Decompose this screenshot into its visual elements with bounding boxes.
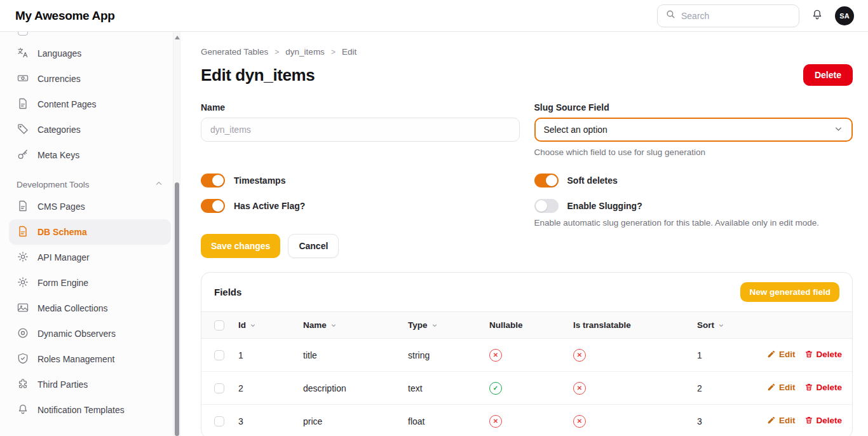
sidebar-item-meta-keys[interactable]: Meta Keys <box>9 142 171 168</box>
name-field[interactable] <box>201 118 520 142</box>
sidebar-item-label: Dynamic Observers <box>37 329 116 339</box>
trash-icon <box>804 350 813 358</box>
nullable-status-icon: ✕ <box>489 349 502 362</box>
scrollbar-up-arrow[interactable] <box>175 36 180 39</box>
slug-source-label: Slug Source Field <box>534 102 853 112</box>
delete-table-button[interactable]: Delete <box>803 64 853 86</box>
sidebar-item-api-manager[interactable]: API Manager <box>9 245 171 270</box>
fields-card: Fields New generated field Id Name Type … <box>201 272 853 436</box>
page-title: Edit dyn_items <box>201 65 315 85</box>
avatar[interactable]: SA <box>835 6 854 25</box>
new-generated-field-button[interactable]: New generated field <box>740 282 839 302</box>
row-checkbox[interactable] <box>214 416 224 426</box>
delete-row-button[interactable]: Delete <box>804 416 843 425</box>
main-content: Generated Tables > dyn_items > Edit Edit… <box>180 32 868 436</box>
row-checkbox[interactable] <box>214 383 224 393</box>
sidebar-item-label: API Manager <box>37 252 90 262</box>
sidebar-item-media-collections[interactable]: Media Collections <box>9 296 171 321</box>
sidebar-scrollbar[interactable] <box>173 32 180 436</box>
breadcrumb-separator: > <box>275 48 279 57</box>
translatable-status-icon: ✕ <box>573 415 586 428</box>
column-header-sort[interactable]: Sort <box>697 320 725 330</box>
column-header-id[interactable]: Id <box>238 320 257 330</box>
tag-icon <box>17 123 29 137</box>
sidebar-item-currencies[interactable]: Currencies <box>9 66 171 92</box>
image-icon <box>17 301 29 316</box>
edit-row-button[interactable]: Edit <box>767 350 796 359</box>
sidebar-item-cms-pages[interactable]: CMS Pages <box>9 194 171 219</box>
delete-row-button[interactable]: Delete <box>804 350 843 359</box>
sidebar-item-label: Media Collections <box>37 303 108 313</box>
edit-row-button[interactable]: Edit <box>767 383 796 392</box>
timestamps-toggle[interactable] <box>201 174 225 187</box>
pencil-square-icon <box>767 416 776 425</box>
breadcrumb-dyn-items[interactable]: dyn_items <box>285 47 325 57</box>
search-box[interactable] <box>657 4 799 27</box>
breadcrumb: Generated Tables > dyn_items > Edit <box>201 47 853 57</box>
row-checkbox[interactable] <box>214 350 224 360</box>
pencil-square-icon <box>767 383 776 392</box>
chevron-up-icon <box>154 179 163 190</box>
gear-icon <box>17 276 29 290</box>
sidebar-item-db-schema[interactable]: DB Schema <box>9 219 171 245</box>
sidebar-section-development-tools[interactable]: Development Tools <box>17 179 163 190</box>
sidebar-item-languages[interactable]: Languages <box>9 41 171 66</box>
breadcrumb-separator: > <box>331 48 336 57</box>
bell-icon <box>17 403 29 418</box>
sidebar-item-notification-templates[interactable]: Notification Templates <box>9 397 171 423</box>
sidebar-item-label: Third Parties <box>37 379 88 390</box>
cell-name: description <box>298 372 403 405</box>
sidebar-item-label: Languages <box>37 48 81 58</box>
soft-deletes-toggle[interactable] <box>534 174 559 187</box>
sidebar: Languages Currencies Content Pages Categ… <box>0 32 180 436</box>
sidebar-item-third-parties[interactable]: Third Parties <box>9 372 171 397</box>
translate-icon <box>17 46 29 61</box>
scrollbar-thumb[interactable] <box>175 182 179 436</box>
slug-source-help: Choose which field to use for slug gener… <box>534 147 853 157</box>
has-active-flag-toggle[interactable] <box>201 199 225 213</box>
table-row: 3 price float ✕ ✕ 3 EditDelete <box>201 405 852 436</box>
cell-name: title <box>298 339 403 372</box>
sort-chevron-icon <box>431 322 438 329</box>
column-header-nullable: Nullable <box>484 312 568 339</box>
sidebar-item-label: Categories <box>37 125 81 135</box>
column-header-name[interactable]: Name <box>303 320 337 330</box>
table-header-row: Id Name Type Nullable Is translatable So… <box>201 312 852 339</box>
breadcrumb-edit: Edit <box>342 47 356 57</box>
select-all-checkbox[interactable] <box>214 320 224 330</box>
table-row: 1 title string ✕ ✕ 1 EditDelete <box>201 339 852 372</box>
nullable-status-icon: ✓ <box>489 382 502 395</box>
fields-card-title: Fields <box>214 287 241 297</box>
document-icon <box>17 225 29 240</box>
sidebar-item-label: CMS Pages <box>37 201 85 212</box>
slug-source-value: Select an option <box>544 125 607 135</box>
delete-row-button[interactable]: Delete <box>804 383 843 392</box>
enable-slugging-label: Enable Slugging? <box>567 201 642 211</box>
sidebar-item-dynamic-observers[interactable]: Dynamic Observers <box>9 321 171 346</box>
section-label: Development Tools <box>17 180 90 189</box>
cancel-button[interactable]: Cancel <box>288 234 339 258</box>
cell-type: text <box>403 372 484 405</box>
edit-row-button[interactable]: Edit <box>767 416 796 425</box>
sidebar-item-categories[interactable]: Categories <box>9 117 171 142</box>
table-row: 2 description text ✓ ✕ 2 EditDelete <box>201 372 852 405</box>
trash-icon <box>804 383 813 392</box>
sort-chevron-icon <box>330 322 337 329</box>
timestamps-label: Timestamps <box>234 175 285 186</box>
search-input[interactable] <box>681 11 796 21</box>
clipped-sidebar-item <box>18 32 31 39</box>
slug-source-select[interactable]: Select an option <box>534 118 853 142</box>
enable-slugging-toggle[interactable] <box>534 199 559 213</box>
save-changes-button[interactable]: Save changes <box>201 234 280 258</box>
breadcrumb-generated-tables[interactable]: Generated Tables <box>201 47 268 57</box>
gear-icon <box>17 250 29 265</box>
sidebar-item-roles-management[interactable]: Roles Management <box>9 346 171 372</box>
sidebar-item-form-engine[interactable]: Form Engine <box>9 270 171 296</box>
eye-icon <box>17 327 29 341</box>
sidebar-item-label: Form Engine <box>37 278 88 288</box>
column-header-type[interactable]: Type <box>408 320 438 330</box>
cell-id: 2 <box>233 372 298 405</box>
sidebar-item-content-pages[interactable]: Content Pages <box>9 92 171 117</box>
document-icon <box>17 200 29 214</box>
bell-icon[interactable] <box>811 8 824 24</box>
